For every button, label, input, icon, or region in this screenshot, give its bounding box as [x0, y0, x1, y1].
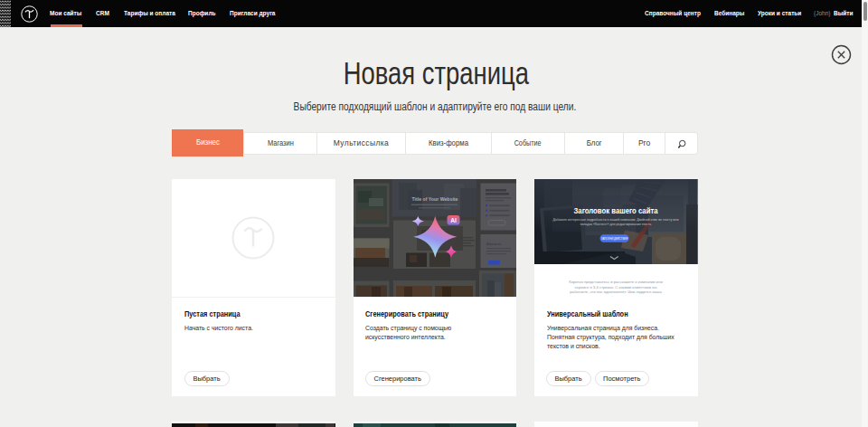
svg-text:About us: About us: [486, 242, 501, 245]
svg-text:работаете, что вас вдохновляет: работаете, что вас вдохновляет. Чем горд…: [570, 289, 662, 294]
svg-text:Заголовок вашего сайта: Заголовок вашего сайта: [574, 204, 658, 214]
svg-text:Добавьте интересные подробност: Добавьте интересные подробности о вашей …: [553, 218, 679, 222]
svg-text:компания, какие у неё ценности: компания, какие у неё ценности и устремл…: [574, 294, 657, 297]
svg-text:AI: AI: [450, 216, 457, 223]
svg-text:вкладка «Контент» для редактир: вкладка «Контент» для редактирования тек…: [580, 222, 652, 225]
svg-text:Коротко представьтесь и расска: Коротко представьтесь и расскажите о ком…: [569, 280, 663, 284]
svg-text:ЗАПОЛНИ ДЕЙСТВИЯ: ЗАПОЛНИ ДЕЙСТВИЯ: [601, 236, 628, 240]
svg-text:Title of Your Website: Title of Your Website: [411, 195, 458, 201]
svg-text:сервисе в 3-4 строках. С каким: сервисе в 3-4 строках. С какими клиентам…: [575, 284, 657, 289]
